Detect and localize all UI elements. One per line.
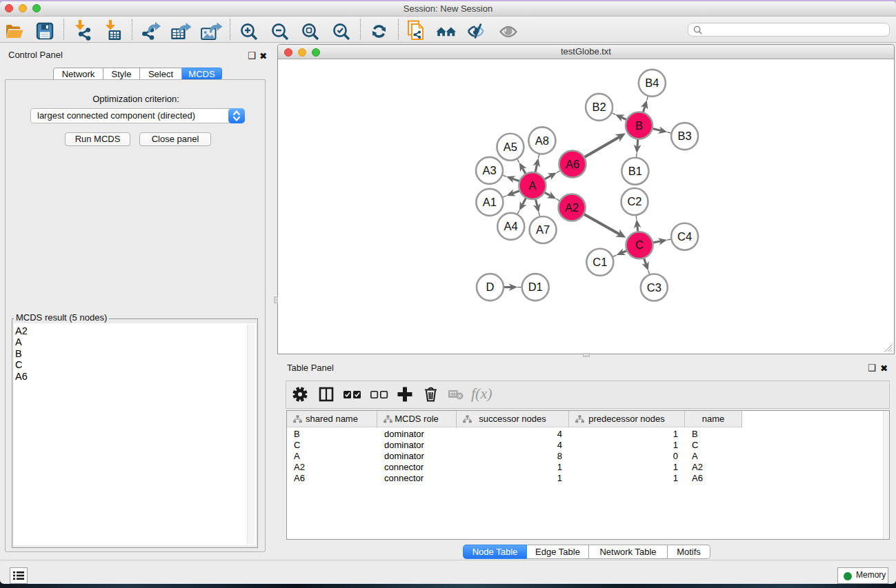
svg-text:D1: D1 (528, 281, 543, 293)
svg-text:B: B (635, 119, 643, 132)
svg-text:D: D (486, 281, 495, 293)
svg-text:C2: C2 (627, 195, 641, 207)
svg-text:A2: A2 (565, 201, 579, 214)
svg-text:C1: C1 (593, 256, 607, 268)
svg-text:A4: A4 (504, 220, 518, 232)
svg-text:B4: B4 (645, 77, 659, 89)
svg-text:A8: A8 (535, 134, 549, 147)
svg-text:A: A (528, 179, 536, 192)
svg-text:B1: B1 (628, 165, 642, 177)
svg-text:C4: C4 (677, 230, 692, 243)
svg-text:C3: C3 (647, 281, 661, 294)
svg-text:B3: B3 (678, 130, 692, 142)
svg-text:A6: A6 (566, 158, 579, 170)
svg-text:A5: A5 (504, 141, 517, 153)
svg-text:A7: A7 (536, 223, 550, 236)
svg-text:A3: A3 (482, 164, 496, 176)
svg-text:A1: A1 (483, 196, 497, 208)
svg-text:C: C (635, 239, 644, 251)
svg-text:B2: B2 (593, 101, 606, 113)
